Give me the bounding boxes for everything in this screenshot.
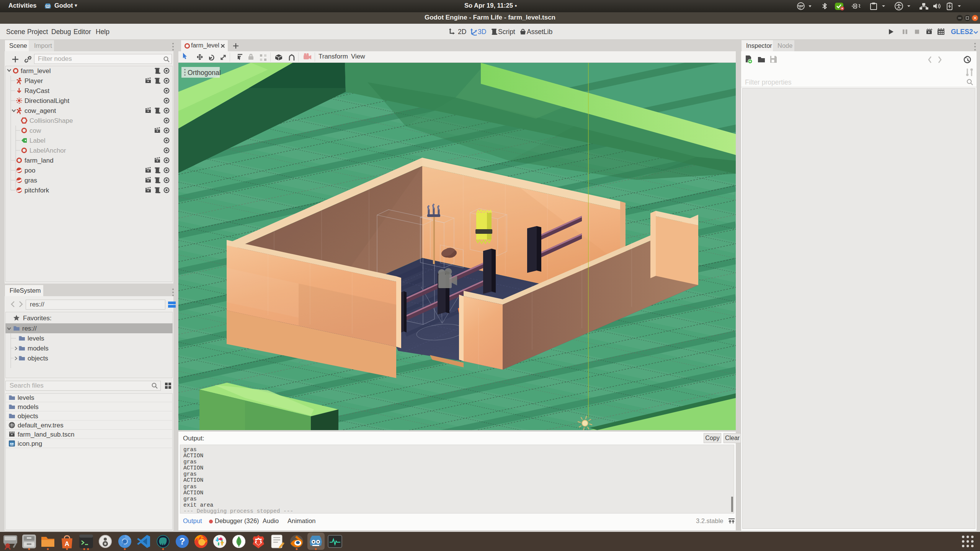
svg-text:A: A — [65, 540, 69, 548]
svg-text:farm_level: farm_level — [21, 67, 51, 75]
svg-text:Orthogonal: Orthogonal — [188, 69, 221, 77]
svg-text:models: models — [18, 403, 39, 411]
svg-text:gras: gras — [24, 177, 37, 184]
svg-text:default_env.tres: default_env.tres — [18, 422, 64, 429]
svg-text:objects: objects — [18, 412, 38, 420]
svg-text:poo: poo — [24, 167, 35, 174]
svg-text:Player: Player — [24, 77, 43, 85]
svg-text:DirectionalLight: DirectionalLight — [24, 97, 69, 104]
svg-text:icon.png: icon.png — [18, 440, 42, 447]
svg-text:Label: Label — [29, 137, 46, 144]
svg-text:CollisionShape: CollisionShape — [29, 117, 73, 124]
svg-text:levels: levels — [18, 394, 34, 401]
svg-text:RayCast: RayCast — [24, 87, 49, 95]
svg-text:levels: levels — [28, 335, 44, 342]
svg-text:farm_land_sub.tscn: farm_land_sub.tscn — [18, 431, 74, 438]
svg-text:cow_agent: cow_agent — [24, 107, 56, 114]
svg-text:LabelAnchor: LabelAnchor — [29, 147, 66, 154]
svg-text:farm_land: farm_land — [24, 157, 54, 164]
svg-text:?: ? — [180, 536, 185, 546]
svg-text:res://: res:// — [22, 325, 37, 332]
svg-text:Favorites:: Favorites: — [23, 315, 52, 322]
svg-text:objects: objects — [28, 355, 48, 362]
svg-text:cow: cow — [29, 127, 41, 134]
svg-text:models: models — [28, 345, 49, 352]
svg-text:pitchfork: pitchfork — [24, 187, 49, 194]
